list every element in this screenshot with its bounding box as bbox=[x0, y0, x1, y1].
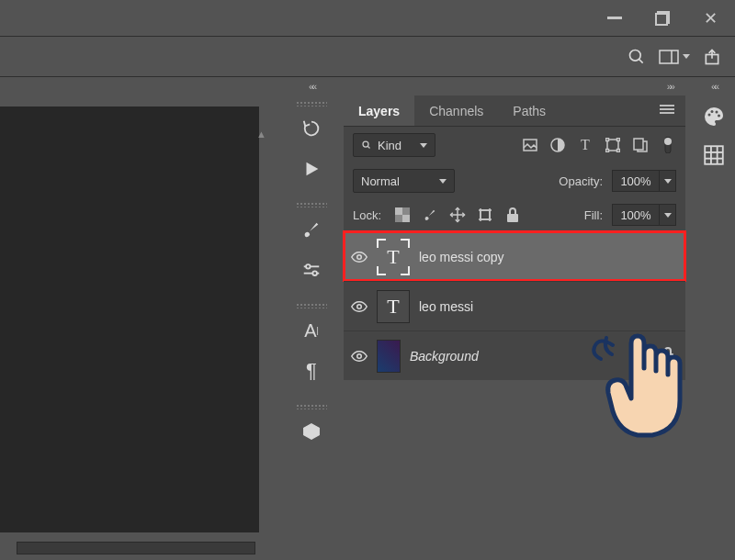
color-panel-icon[interactable] bbox=[693, 97, 735, 136]
svg-point-44 bbox=[711, 110, 714, 113]
filter-toggle-switch[interactable] bbox=[660, 137, 676, 153]
chevron-down-icon[interactable] bbox=[660, 204, 676, 226]
fill-label: Fill: bbox=[584, 208, 603, 222]
vertical-scrollbar-up[interactable]: ▲ bbox=[256, 129, 266, 140]
filter-smartobject-icon[interactable] bbox=[632, 137, 649, 153]
workspace-switcher[interactable] bbox=[659, 50, 690, 64]
svg-point-8 bbox=[306, 264, 311, 269]
horizontal-scrollbar[interactable] bbox=[17, 542, 255, 554]
minimize-button[interactable] bbox=[606, 10, 623, 27]
layer-filter-row: Kind T bbox=[344, 127, 685, 163]
svg-point-16 bbox=[363, 141, 368, 147]
lock-all-icon[interactable] bbox=[504, 207, 521, 223]
svg-point-41 bbox=[357, 353, 362, 358]
lock-artboard-icon[interactable] bbox=[477, 207, 493, 223]
svg-rect-2 bbox=[660, 50, 678, 63]
tab-layers[interactable]: Layers bbox=[344, 95, 414, 126]
svg-rect-25 bbox=[634, 139, 643, 150]
swatches-panel-icon[interactable] bbox=[693, 136, 735, 174]
search-icon[interactable] bbox=[628, 48, 646, 66]
panel-grip[interactable] bbox=[296, 303, 327, 308]
svg-point-45 bbox=[716, 111, 718, 114]
restore-button[interactable] bbox=[654, 10, 671, 27]
svg-point-43 bbox=[708, 114, 711, 117]
document-canvas[interactable] bbox=[0, 106, 259, 532]
fill-field[interactable]: 100% bbox=[612, 204, 676, 226]
layers-panel: Layers Channels Paths Kind T bbox=[344, 95, 685, 380]
tab-paths[interactable]: Paths bbox=[498, 95, 560, 126]
layer-name[interactable]: leo messi bbox=[419, 299, 473, 314]
lock-image-icon[interactable] bbox=[422, 207, 438, 223]
type-icon: T bbox=[387, 295, 399, 319]
opacity-value[interactable]: 100% bbox=[612, 170, 660, 192]
fill-value[interactable]: 100% bbox=[612, 204, 660, 226]
tab-channels[interactable]: Channels bbox=[414, 95, 498, 126]
filter-kind-dropdown[interactable]: Kind bbox=[353, 133, 435, 157]
lock-position-icon[interactable] bbox=[449, 207, 466, 223]
paragraph-panel-icon[interactable]: ¶ bbox=[290, 351, 333, 391]
filter-type-icon[interactable]: T bbox=[577, 137, 594, 153]
svg-rect-33 bbox=[481, 210, 490, 219]
layer-thumbnail[interactable] bbox=[377, 340, 401, 373]
brush-tool[interactable] bbox=[290, 209, 333, 250]
svg-rect-38 bbox=[507, 214, 518, 222]
svg-rect-29 bbox=[395, 207, 402, 215]
lock-label: Lock: bbox=[353, 208, 381, 222]
type-icon: T bbox=[377, 239, 410, 275]
layer-thumbnail[interactable]: T bbox=[377, 290, 410, 323]
svg-point-46 bbox=[718, 115, 720, 118]
close-button[interactable]: ✕ bbox=[702, 10, 718, 27]
opacity-field[interactable]: 100% bbox=[612, 170, 676, 192]
opacity-label: Opacity: bbox=[559, 174, 603, 188]
layer-row[interactable]: T leo messi copy bbox=[344, 231, 685, 281]
svg-line-1 bbox=[639, 59, 643, 62]
svg-point-40 bbox=[357, 304, 362, 308]
svg-rect-47 bbox=[705, 146, 723, 164]
history-tool[interactable] bbox=[290, 108, 333, 149]
play-action-tool[interactable] bbox=[290, 149, 333, 189]
visibility-toggle[interactable] bbox=[344, 351, 375, 362]
chevron-down-icon bbox=[683, 54, 690, 59]
layers-panel-region: »» Layers Channels Paths Kind T bbox=[333, 77, 685, 560]
panel-menu-icon[interactable] bbox=[660, 104, 674, 118]
visibility-toggle[interactable] bbox=[344, 301, 375, 312]
filter-pixel-icon[interactable] bbox=[522, 137, 538, 153]
lock-transparency-icon[interactable] bbox=[394, 207, 411, 223]
share-icon[interactable] bbox=[703, 48, 721, 66]
chevron-down-icon bbox=[420, 143, 427, 148]
collapse-chevrons-icon[interactable]: «« bbox=[290, 77, 333, 97]
svg-rect-30 bbox=[402, 215, 410, 222]
svg-rect-42 bbox=[662, 353, 673, 362]
character-panel-icon[interactable]: A| bbox=[290, 310, 333, 351]
panel-grip[interactable] bbox=[296, 202, 327, 207]
collapse-chevrons-icon[interactable]: «« bbox=[693, 77, 735, 97]
blend-mode-dropdown[interactable]: Normal bbox=[353, 169, 455, 193]
panel-tabs: Layers Channels Paths bbox=[344, 95, 685, 127]
layer-row[interactable]: T leo messi bbox=[344, 281, 685, 330]
layer-name[interactable]: Background bbox=[410, 349, 479, 364]
panel-grip[interactable] bbox=[296, 404, 327, 409]
svg-point-39 bbox=[357, 254, 362, 259]
lock-icon bbox=[662, 347, 674, 364]
filter-shape-icon[interactable] bbox=[605, 137, 621, 153]
chevron-down-icon[interactable] bbox=[660, 170, 676, 192]
collapsed-tool-strip: «« A| ¶ bbox=[290, 77, 333, 560]
layer-name[interactable]: leo messi copy bbox=[419, 250, 504, 264]
options-bar bbox=[0, 37, 735, 77]
adjustments-tool[interactable] bbox=[290, 250, 333, 290]
panel-grip[interactable] bbox=[296, 101, 327, 106]
svg-rect-22 bbox=[617, 139, 620, 141]
visibility-toggle[interactable] bbox=[344, 252, 375, 263]
svg-point-27 bbox=[664, 138, 672, 145]
svg-point-10 bbox=[312, 271, 317, 275]
lock-fill-row: Lock: Fill: 100% bbox=[344, 198, 685, 231]
collapse-chevrons-icon[interactable]: »» bbox=[333, 77, 685, 95]
blend-opacity-row: Normal Opacity: 100% bbox=[344, 163, 685, 198]
3d-panel-icon[interactable] bbox=[290, 411, 333, 452]
svg-rect-23 bbox=[606, 150, 609, 152]
filter-adjustment-icon[interactable] bbox=[549, 137, 566, 153]
svg-rect-21 bbox=[606, 139, 609, 141]
layer-row[interactable]: Background bbox=[344, 330, 685, 380]
title-bar: ✕ bbox=[0, 0, 735, 37]
layer-thumbnail[interactable]: T bbox=[377, 241, 410, 274]
